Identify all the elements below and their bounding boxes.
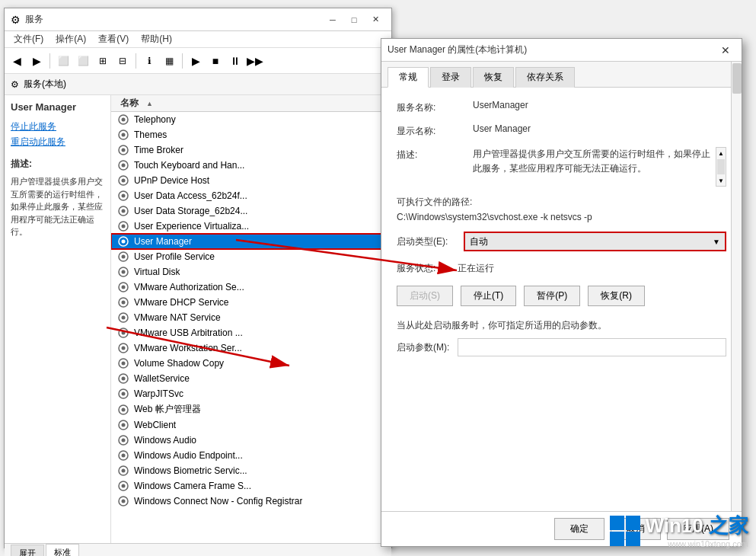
service-item-icon <box>117 281 129 293</box>
dialog-content: 服务名称: UserManager 显示名称: User Manager 描述:… <box>381 88 742 379</box>
service-item[interactable]: WalletService <box>111 371 391 386</box>
service-item[interactable]: VMware Authorization Se... <box>111 280 391 295</box>
display-name-row: 显示名称: User Manager <box>397 123 726 138</box>
svg-point-39 <box>122 407 126 411</box>
pause-button[interactable]: 暂停(P) <box>524 286 580 306</box>
maximize-button[interactable]: □ <box>344 12 364 27</box>
services-list[interactable]: TelephonyThemesTime BrokerTouch Keyboard… <box>111 112 391 543</box>
toolbar-btn-3[interactable]: ⊞ <box>94 52 112 70</box>
service-item-name: WarpJITSvc <box>134 388 183 399</box>
service-item[interactable]: User Manager <box>111 234 391 249</box>
service-item[interactable]: WebClient <box>111 417 391 433</box>
svg-point-37 <box>122 392 126 396</box>
service-item[interactable]: Virtual Disk <box>111 264 391 280</box>
pause-button[interactable]: ⏸ <box>226 52 244 70</box>
menu-file[interactable]: 文件(F) <box>8 31 49 47</box>
watermark-win10: Win10 <box>645 514 709 537</box>
close-button[interactable]: ✕ <box>365 12 385 27</box>
startup-type-select[interactable]: 自动 ▼ <box>464 232 726 251</box>
stop-button[interactable]: ■ <box>206 52 225 70</box>
service-item-name: Windows Biometric Servic... <box>134 465 247 476</box>
tab-expand[interactable]: 展开 <box>11 545 44 556</box>
play-button[interactable]: ▶ <box>187 52 205 70</box>
service-item[interactable]: Windows Audio Endpoint... <box>111 448 391 463</box>
service-item-icon <box>117 220 129 232</box>
stop-service-link[interactable]: 停止此服务 <box>11 120 104 133</box>
service-item-name: WalletService <box>134 373 190 384</box>
scrollbar-thumb <box>732 63 742 94</box>
toolbar-btn-4[interactable]: ⊟ <box>113 52 132 70</box>
toolbar-btn-1[interactable]: ⬜ <box>54 52 72 70</box>
svg-point-1 <box>122 118 126 122</box>
service-item-name: User Profile Service <box>134 251 215 262</box>
tab-standard[interactable]: 标准 <box>46 544 79 556</box>
description-value: 用户管理器提供多用户交互所需要的运行时组件，如果停止此服务，某些应用程序可能无法… <box>473 147 714 176</box>
service-item[interactable]: Windows Connect Now - Config Registrar <box>111 494 391 509</box>
svg-point-5 <box>122 149 126 152</box>
dialog-close-button[interactable]: ✕ <box>716 42 735 59</box>
toolbar-sep-1 <box>49 53 50 69</box>
svg-point-7 <box>122 164 126 168</box>
service-item[interactable]: User Data Storage_62b24... <box>111 203 391 219</box>
sort-arrow: ▲ <box>146 100 153 107</box>
service-item-name: VMware DHCP Service <box>134 297 228 308</box>
tab-login[interactable]: 登录 <box>430 67 471 88</box>
svg-point-31 <box>122 347 126 350</box>
forward-button[interactable]: ▶ <box>27 52 46 70</box>
menu-action[interactable]: 操作(A) <box>49 31 92 47</box>
service-item[interactable]: Windows Camera Frame S... <box>111 478 391 494</box>
service-item[interactable]: User Experience Virtualiza... <box>111 219 391 234</box>
tab-general[interactable]: 常规 <box>388 67 429 88</box>
minimize-button[interactable]: ─ <box>323 12 343 27</box>
service-item[interactable]: Time Broker <box>111 142 391 158</box>
service-item[interactable]: Web 帐户管理器 <box>111 401 391 417</box>
service-item[interactable]: User Data Access_62b24f... <box>111 188 391 203</box>
service-item[interactable]: Windows Biometric Servic... <box>111 463 391 478</box>
service-item[interactable]: Windows Audio <box>111 433 391 448</box>
start-params-input[interactable] <box>458 338 726 356</box>
dialog-scrollbar[interactable] <box>731 62 742 511</box>
service-item[interactable]: VMware NAT Service <box>111 310 391 325</box>
stop-button[interactable]: 停止(T) <box>461 286 516 306</box>
service-item[interactable]: User Profile Service <box>111 249 391 264</box>
service-item[interactable]: Touch Keyboard and Han... <box>111 158 391 173</box>
start-button[interactable]: 启动(S) <box>397 286 453 306</box>
service-item[interactable]: VMware Workstation Ser... <box>111 340 391 356</box>
back-button[interactable]: ◀ <box>8 52 26 70</box>
service-item-icon <box>117 190 129 202</box>
path-label: 可执行文件的路径: <box>397 196 726 209</box>
restart-service-link[interactable]: 重启动此服务 <box>11 136 104 149</box>
toolbar-btn-5[interactable]: ℹ <box>140 52 158 70</box>
description-label: 描述: <box>397 147 473 161</box>
svg-point-9 <box>122 179 126 183</box>
service-item[interactable]: UPnP Device Host <box>111 173 391 188</box>
service-item[interactable]: Themes <box>111 127 391 142</box>
toolbar-btn-6[interactable]: ▦ <box>160 52 178 70</box>
service-item[interactable]: Telephony <box>111 112 391 127</box>
toolbar-btn-2[interactable]: ⬜ <box>74 52 92 70</box>
service-item-name: WebClient <box>134 420 176 430</box>
selected-service-title: User Manager <box>11 101 104 113</box>
menu-view[interactable]: 查看(V) <box>92 31 135 47</box>
service-item-icon <box>117 480 129 492</box>
service-item[interactable]: WarpJITSvc <box>111 386 391 401</box>
ok-button[interactable]: 确定 <box>554 518 604 540</box>
main-window: ⚙ 服务 ─ □ ✕ 文件(F) 操作(A) 查看(V) 帮助(H) ◀ ▶ ⬜… <box>4 8 392 548</box>
service-item-icon <box>117 342 129 354</box>
resume-button[interactable]: 恢复(R) <box>588 286 645 306</box>
tab-dependencies[interactable]: 依存关系 <box>515 67 575 88</box>
titlebar-left: ⚙ 服务 <box>11 13 43 26</box>
service-item-name: Telephony <box>134 114 176 125</box>
service-item-name: Windows Audio <box>134 435 196 446</box>
watermark: Win10 之家 www.win10xtong.com <box>608 513 748 548</box>
service-item[interactable]: Volume Shadow Copy <box>111 356 391 371</box>
service-item[interactable]: VMware USB Arbitration ... <box>111 325 391 340</box>
svg-point-29 <box>122 331 126 335</box>
titlebar-controls: ─ □ ✕ <box>323 12 385 27</box>
tab-recovery[interactable]: 恢复 <box>473 67 514 88</box>
restart-button[interactable]: ▶▶ <box>246 52 264 70</box>
menu-help[interactable]: 帮助(H) <box>135 31 178 47</box>
service-item-name: User Manager <box>134 236 192 247</box>
service-item[interactable]: VMware DHCP Service <box>111 295 391 310</box>
service-item-icon <box>117 388 129 400</box>
